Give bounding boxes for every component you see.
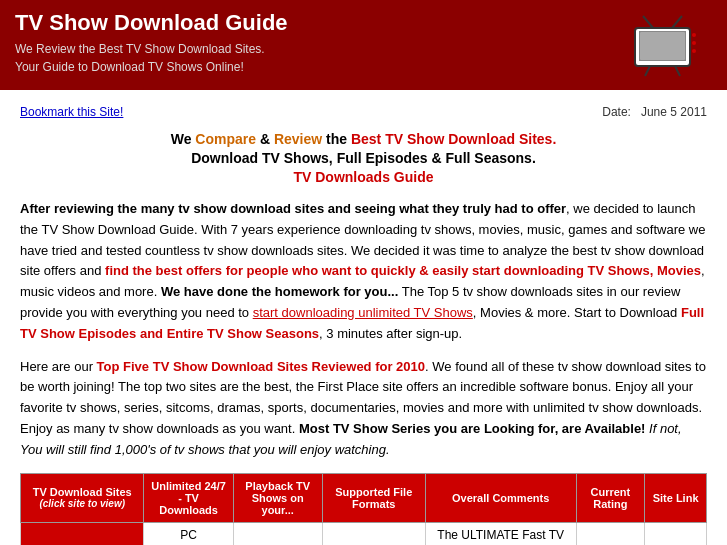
header-subtitle2: Your Guide to Download TV Shows Online! bbox=[15, 58, 288, 76]
intro-line2: Download TV Shows, Full Episodes & Full … bbox=[20, 150, 707, 166]
svg-rect-2 bbox=[640, 32, 685, 60]
table-row: PC The ULTIMATE Fast TV bbox=[21, 522, 707, 545]
header-text: TV Show Download Guide We Review the Bes… bbox=[15, 10, 288, 76]
table-cell-site bbox=[21, 522, 144, 545]
svg-point-8 bbox=[692, 41, 696, 45]
body-paragraph-1: After reviewing the many tv show downloa… bbox=[20, 199, 707, 345]
table-cell-link bbox=[645, 522, 707, 545]
date-label: Date: bbox=[602, 105, 631, 119]
table-section: TV Download Sites (click site to view) U… bbox=[20, 473, 707, 545]
col-header-rating: Current Rating bbox=[576, 473, 645, 522]
table-cell-comments: The ULTIMATE Fast TV bbox=[425, 522, 576, 545]
main-content: Bookmark this Site! Date: June 5 2011 We… bbox=[0, 90, 727, 545]
site-title: TV Show Download Guide bbox=[15, 10, 288, 36]
intro-line1: We Compare & Review the Best TV Show Dow… bbox=[20, 131, 707, 147]
svg-line-3 bbox=[645, 66, 650, 76]
header-subtitle1: We Review the Best TV Show Download Site… bbox=[15, 40, 288, 58]
intro-line3: TV Downloads Guide bbox=[20, 169, 707, 185]
date-value: June 5 2011 bbox=[641, 105, 707, 119]
col-header-link: Site Link bbox=[645, 473, 707, 522]
unlimited-shows-link[interactable]: start downloading unlimited TV Shows bbox=[253, 305, 473, 320]
review-text: Review bbox=[274, 131, 322, 147]
col-header-formats: Supported File Formats bbox=[322, 473, 425, 522]
site-header: TV Show Download Guide We Review the Bes… bbox=[0, 0, 727, 90]
table-cell-rating bbox=[576, 522, 645, 545]
comparison-table: TV Download Sites (click site to view) U… bbox=[20, 473, 707, 545]
svg-line-4 bbox=[675, 66, 680, 76]
table-cell-playback bbox=[233, 522, 322, 545]
col-header-site: TV Download Sites (click site to view) bbox=[21, 473, 144, 522]
date-display: Date: June 5 2011 bbox=[602, 105, 707, 119]
col-header-playback: Playback TV Shows on your... bbox=[233, 473, 322, 522]
bookmark-link[interactable]: Bookmark this Site! bbox=[20, 105, 123, 119]
svg-line-6 bbox=[672, 16, 682, 28]
top-bar: Bookmark this Site! Date: June 5 2011 bbox=[20, 105, 707, 119]
col-header-unlimited: Unlimited 24/7 - TV Downloads bbox=[144, 473, 233, 522]
compare-text: Compare bbox=[195, 131, 256, 147]
intro-section: We Compare & Review the Best TV Show Dow… bbox=[20, 131, 707, 185]
body-paragraph-2: Here are our Top Five TV Show Download S… bbox=[20, 357, 707, 461]
svg-line-5 bbox=[643, 16, 653, 28]
best-sites-text: Best TV Show Download Sites. bbox=[351, 131, 556, 147]
col-header-comments: Overall Comments bbox=[425, 473, 576, 522]
table-cell-unlimited: PC bbox=[144, 522, 233, 545]
table-cell-formats bbox=[322, 522, 425, 545]
tv-icon bbox=[622, 10, 702, 80]
svg-point-9 bbox=[692, 49, 696, 53]
svg-point-7 bbox=[692, 33, 696, 37]
